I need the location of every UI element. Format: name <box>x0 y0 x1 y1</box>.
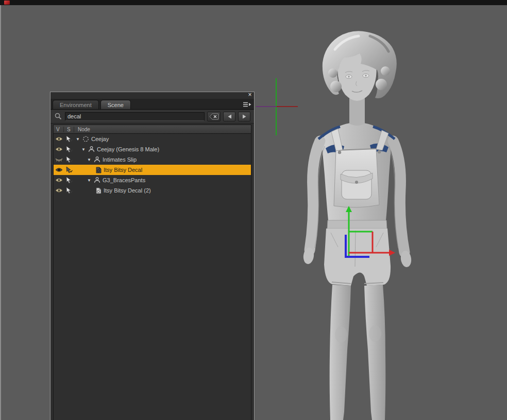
search-input[interactable] <box>65 112 205 121</box>
pane-titlebar: × <box>50 92 254 99</box>
expander-icon[interactable]: ▼ <box>81 147 86 152</box>
eye-closed-icon <box>55 157 63 162</box>
cursor-icon <box>66 187 73 194</box>
arrow-left-icon <box>227 114 232 119</box>
pane-tabs: Environment Scene <box>50 99 254 110</box>
close-button[interactable]: × <box>247 92 253 98</box>
figure-icon <box>88 146 95 152</box>
selectability-toggle[interactable] <box>64 136 74 142</box>
tree-row[interactable]: ▼ Intimates Slip <box>54 154 251 165</box>
eye-icon <box>55 167 63 172</box>
scene-tree: V S Node ▼ <box>53 125 251 420</box>
arrow-right-icon <box>242 114 247 119</box>
visibility-toggle[interactable] <box>54 178 64 183</box>
selectability-toggle[interactable] <box>64 156 74 163</box>
eye-icon <box>55 136 63 142</box>
visibility-toggle[interactable] <box>54 136 64 142</box>
node-label: Intimates Slip <box>103 156 137 163</box>
decal-icon <box>95 187 102 194</box>
column-header-visibility: V <box>54 127 64 132</box>
pane-menu-icon <box>243 101 251 108</box>
node-label: G3_BracesPants <box>103 177 145 183</box>
decal-icon <box>95 167 102 173</box>
cursor-icon <box>66 136 73 142</box>
tab-environment[interactable]: Environment <box>53 100 99 109</box>
pane-menu-button[interactable] <box>242 100 252 108</box>
node-label: Ceejay (Genesis 8 Male) <box>97 146 159 152</box>
node-label: Ceejay <box>91 136 109 142</box>
gizmo-x-arrowhead <box>389 250 395 256</box>
expander-icon[interactable]: ▼ <box>87 178 92 183</box>
eye-icon <box>55 178 63 183</box>
search-icon <box>54 113 62 120</box>
visibility-toggle[interactable] <box>54 188 64 193</box>
visibility-toggle[interactable] <box>54 167 64 172</box>
tab-scene[interactable]: Scene <box>100 100 131 109</box>
world-origin-crosshair <box>256 78 298 135</box>
search-clear-button[interactable] <box>207 112 221 121</box>
column-header-node: Node <box>74 127 251 132</box>
scene-pane: × Environment Scene <box>50 92 255 420</box>
window-topbar <box>0 0 507 5</box>
visibility-toggle[interactable] <box>54 147 64 152</box>
selectability-toggle[interactable] <box>64 187 74 194</box>
search-prev-button[interactable] <box>223 112 235 121</box>
node-label: Itsy Bitsy Decal <box>104 167 142 173</box>
eye-icon <box>55 147 63 152</box>
neck <box>349 97 365 126</box>
tree-row[interactable]: ▼ G3_BracesPants <box>54 175 251 185</box>
selectability-toggle[interactable] <box>64 146 74 152</box>
tree-header: V S Node <box>54 125 251 134</box>
cursor-icon <box>66 146 73 152</box>
expander-icon[interactable]: ▼ <box>76 137 80 142</box>
selectability-toggle[interactable] <box>64 177 74 183</box>
cursor-icon <box>66 177 73 183</box>
figure-icon <box>94 177 100 183</box>
character-model <box>302 31 412 420</box>
search-bar <box>50 110 254 124</box>
left-arm <box>302 141 325 265</box>
window-left-edge <box>0 5 1 420</box>
search-next-button[interactable] <box>238 112 250 121</box>
figure-icon <box>94 156 100 163</box>
selection-target-icon <box>82 136 89 142</box>
legs <box>330 285 386 420</box>
cursor-icon <box>66 156 73 163</box>
node-label: Itsy Bitsy Decal (2) <box>104 187 151 194</box>
column-header-selectability: S <box>64 127 74 132</box>
tree-row[interactable]: ▼ Ceejay <box>54 134 251 144</box>
tree-row[interactable]: Itsy Bitsy Decal (2) <box>54 185 251 196</box>
red-app-icon <box>4 1 10 5</box>
right-arm <box>389 141 412 268</box>
tree-row[interactable]: ▼ Ceejay (Genesis 8 Male) <box>54 144 251 154</box>
expander-icon[interactable]: ▼ <box>87 157 92 162</box>
selectability-toggle[interactable] <box>64 167 74 173</box>
tree-row-selected[interactable]: Itsy Bitsy Decal <box>54 165 251 175</box>
backspace-x-icon <box>209 113 219 120</box>
visibility-toggle[interactable] <box>54 157 64 162</box>
eye-icon <box>55 188 63 193</box>
cursor-icon <box>66 167 73 173</box>
